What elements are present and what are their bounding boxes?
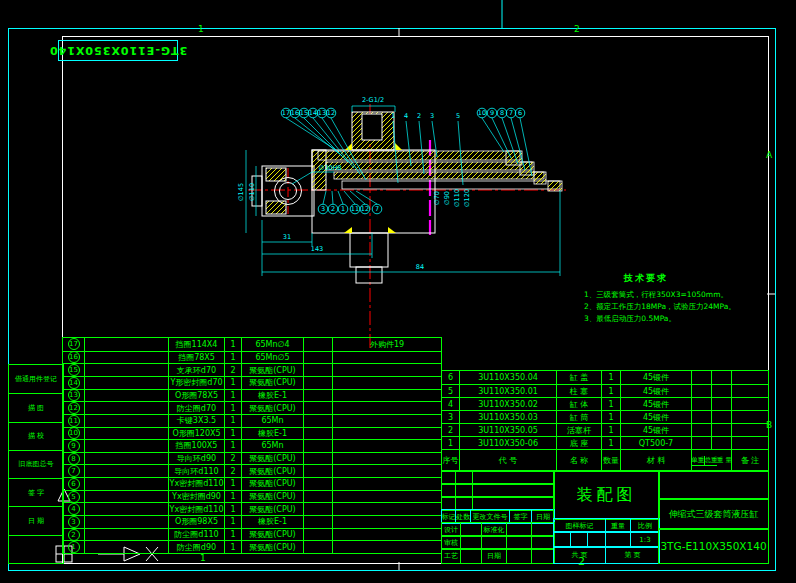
balloon-number: 2	[68, 529, 80, 541]
parts-list-row: 1防尘圈d901聚氨酯(CPU)	[63, 540, 441, 553]
margin-strip-cell	[9, 535, 63, 563]
balloon-number: 11	[68, 415, 80, 427]
parts-list-row: 10O形圈120X51橡胶E-1	[63, 427, 441, 440]
drawing-number-label-box: 3TG-E110X350X140	[58, 40, 178, 61]
parts-list-row: 16挡圈78X5165Mn∅5	[63, 351, 441, 364]
balloon-number: 9	[68, 440, 80, 452]
parts-list-row: 11卡键3X3.5165Mn	[63, 414, 441, 427]
bom-row: 13U110X350-06底 座1QT500-7	[442, 436, 768, 449]
bom-table: 63U110X350.04缸 盖145锻件53U110X350.01柱 塞145…	[441, 370, 769, 472]
margin-strip-cell: 日 期	[9, 506, 63, 534]
bom-row: 63U110X350.04缸 盖145锻件	[442, 371, 768, 384]
parts-list-row: 2防尘圈d1101聚氨酯(CPU)	[63, 528, 441, 541]
balloon-number: 17	[68, 338, 80, 350]
balloon-number: 14	[68, 377, 80, 389]
parts-list-table: 17挡圈114X4165Mn∅4外购件1916挡圈78X5165Mn∅515支承…	[62, 337, 442, 554]
parts-list-row: 3O形圈98X51橡胶E-1	[63, 515, 441, 528]
balloon-number: 13	[68, 390, 80, 402]
tech-requirements-title: 技术要求	[624, 272, 668, 285]
bom-row: 53U110X350.01柱 塞145锻件	[442, 384, 768, 397]
margin-strip-cell: 描 校	[9, 422, 63, 450]
margin-strip-cell: 描 图	[9, 393, 63, 421]
parts-list-row: 7导向环d1102聚氨酯(CPU)	[63, 464, 441, 477]
parts-list-row: 12防尘圈d701聚氨酯(CPU)	[63, 401, 441, 414]
zone-bottom-1: 1	[200, 553, 206, 563]
drawing-type-title: 装配图	[553, 470, 660, 520]
bom-row: 23U110X350.05活塞杆145锻件	[442, 423, 768, 436]
product-name: 伸缩式三级套筒液压缸	[658, 498, 769, 530]
balloon-number: 8	[68, 453, 80, 465]
margin-label-strip: 借通用件登记描 图描 校旧底图总号签 字日 期	[8, 364, 64, 564]
zone-top-2: 2	[574, 24, 580, 34]
tech-requirement-3: 3、最低启动压力0.5MPa。	[584, 314, 676, 324]
margin-strip-cell: 旧底图总号	[9, 450, 63, 478]
drawing-number-rotated: 3TG-E110X350X140	[49, 44, 187, 57]
parts-list-row: 9挡圈100X5165Mn	[63, 439, 441, 452]
parts-list-row: 17挡圈114X4165Mn∅4外购件19	[63, 338, 441, 351]
parts-list-row: 4Yx密封圈d1101聚氨酯(CPU)	[63, 502, 441, 515]
parts-list-row: 14Y形密封圈d701聚氨酯(CPU)	[63, 376, 441, 389]
margin-strip-cell: 借通用件登记	[9, 365, 63, 393]
balloon-number: 1	[68, 541, 80, 553]
drawing-number: 3TG-E110X350X140	[658, 528, 769, 564]
balloon-number: 12	[68, 402, 80, 414]
parts-list-row: 13O形圈78X51橡胶E-1	[63, 389, 441, 402]
balloon-number: 5	[68, 491, 80, 503]
zone-top-1: 1	[198, 24, 204, 34]
balloon-number: 10	[68, 428, 80, 440]
balloon-number: 4	[68, 503, 80, 515]
balloon-number: 15	[68, 364, 80, 376]
scale-value: 1:3	[631, 532, 659, 547]
page-number-label: 第 页	[606, 547, 659, 563]
tech-requirement-2: 2、额定工作压力18MPa，试验压力24MPa。	[584, 302, 736, 312]
cad-drawing-sheet: 17161514131214235109876321111272-G1/2∅30…	[0, 0, 796, 583]
balloon-number: 7	[68, 465, 80, 477]
zone-right-a: A	[766, 150, 772, 160]
pages-total-label: 共 页	[554, 547, 606, 563]
balloon-number: 6	[68, 478, 80, 490]
title-block-spare-cell	[658, 470, 769, 500]
bom-row: 33U110X350.03缸 筒145锻件	[442, 410, 768, 423]
pages-row: 共 页 第 页	[553, 546, 660, 564]
date-label: 日期	[482, 549, 507, 563]
tech-requirement-1: 1、三级套筒式，行程350X3=1050mm。	[584, 290, 728, 300]
title-block-process-row: 工艺 日期	[441, 548, 555, 564]
balloon-number: 3	[68, 516, 80, 528]
bom-row: 43U110X350.02缸 体145锻件	[442, 397, 768, 410]
balloon-number: 16	[68, 352, 80, 364]
process-label: 工艺	[442, 549, 461, 563]
parts-list-row: 15支承环d702聚氨酯(CPU)	[63, 363, 441, 376]
parts-list-row: 6Yx密封圈d1101聚氨酯(CPU)	[63, 477, 441, 490]
parts-list-row: 5Yx密封圈d901聚氨酯(CPU)	[63, 490, 441, 503]
bom-header-row: 序号代 号名 称数量材 料单重总重重 量备 注	[442, 449, 768, 471]
margin-strip-cell: 签 字	[9, 478, 63, 506]
parts-list-row: 8导向环d902聚氨酯(CPU)	[63, 452, 441, 465]
